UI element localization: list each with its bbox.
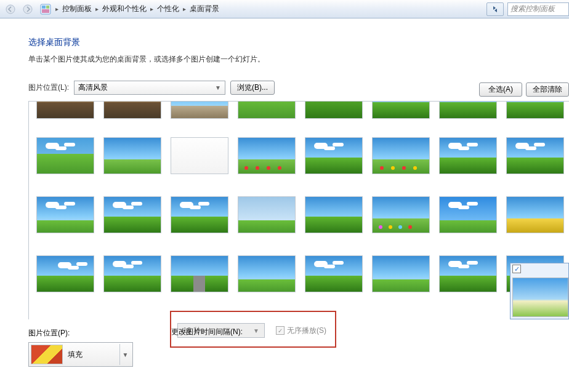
svg-point-1 (23, 5, 32, 14)
shuffle-checkbox[interactable]: ✓ 无序播放(S) (276, 326, 326, 336)
wallpaper-thumb-selected[interactable]: ✓ (510, 263, 569, 319)
control-panel-icon (39, 3, 52, 15)
breadcrumb-item[interactable]: 控制面板 (59, 1, 95, 17)
back-button[interactable] (2, 2, 18, 17)
picture-location-value: 高清风景 (78, 82, 108, 93)
wallpaper-thumb[interactable] (31, 103, 99, 126)
picture-position-dropdown[interactable]: 填充 ▼ (28, 342, 133, 367)
interval-group: 更改图片时间间隔(N): 10 秒 ▼ ✓ 无序播放(S) (170, 328, 336, 367)
wallpaper-thumb[interactable] (166, 126, 233, 185)
wallpaper-thumb[interactable] (233, 185, 300, 244)
wallpaper-thumb[interactable] (300, 185, 367, 244)
search-input[interactable]: 搜索控制面板 (507, 2, 569, 16)
wallpaper-thumb[interactable] (434, 103, 501, 126)
bottom-controls: 图片位置(P): 填充 ▼ 更改图片时间间隔(N): 10 秒 ▼ ✓ 无序播放… (28, 319, 569, 367)
wallpaper-thumb[interactable] (31, 244, 99, 303)
wallpaper-thumb[interactable] (166, 103, 233, 126)
svg-rect-5 (42, 9, 49, 13)
select-all-button[interactable]: 全选(A) (479, 82, 522, 97)
chevron-down-icon: ▼ (215, 84, 221, 91)
wallpaper-thumb[interactable] (300, 244, 367, 303)
picture-position-label: 图片位置(P): (28, 328, 133, 338)
picture-position-control: 图片位置(P): 填充 ▼ (28, 328, 133, 367)
checkbox-icon: ✓ (276, 326, 284, 335)
wallpaper-thumb[interactable] (501, 126, 568, 185)
wallpaper-thumb[interactable] (434, 244, 501, 303)
selection-buttons: 全选(A) 全部清除 (479, 82, 569, 97)
wallpaper-thumb[interactable] (501, 185, 568, 244)
wallpaper-thumb[interactable] (367, 244, 434, 303)
wallpaper-thumb[interactable] (434, 185, 501, 244)
wallpaper-thumb[interactable] (233, 244, 300, 303)
breadcrumb-item[interactable]: 桌面背景 (186, 1, 223, 17)
svg-rect-3 (42, 6, 46, 9)
wallpaper-thumb[interactable] (99, 244, 166, 303)
nav-left: ▸ 控制面板 ▸ 外观和个性化 ▸ 个性化 ▸ 桌面背景 (2, 1, 223, 17)
wallpaper-thumb[interactable] (300, 126, 367, 185)
wallpaper-gallery[interactable]: ✓ (28, 101, 569, 319)
picture-position-value: 填充 (68, 350, 115, 360)
breadcrumb-item[interactable]: 个性化 (153, 1, 183, 17)
wallpaper-thumb[interactable] (99, 126, 166, 185)
wallpaper-thumb[interactable] (99, 103, 166, 126)
search-placeholder: 搜索控制面板 (510, 4, 555, 14)
page-description: 单击某个图片使其成为您的桌面背景，或选择多个图片创建一个幻灯片。 (28, 54, 569, 65)
chevron-down-icon: ▼ (253, 327, 259, 334)
wallpaper-thumb[interactable] (31, 126, 99, 185)
page-title: 选择桌面背景 (28, 37, 569, 48)
breadcrumb: ▸ 控制面板 ▸ 外观和个性化 ▸ 个性化 ▸ 桌面背景 (55, 1, 223, 17)
wallpaper-thumb[interactable] (233, 126, 300, 185)
fit-preview-icon (31, 345, 63, 364)
address-bar: ▸ 控制面板 ▸ 外观和个性化 ▸ 个性化 ▸ 桌面背景 搜索控制面板 (0, 0, 569, 18)
wallpaper-thumb[interactable] (367, 126, 434, 185)
wallpaper-thumb[interactable] (31, 185, 99, 244)
forward-button[interactable] (20, 2, 36, 17)
shuffle-label: 无序播放(S) (287, 326, 326, 336)
chevron-down-icon: ▼ (119, 344, 131, 365)
wallpaper-thumb[interactable] (300, 103, 367, 126)
wallpaper-thumb[interactable] (367, 103, 434, 126)
refresh-button[interactable] (486, 2, 504, 16)
content-pane: 选择桌面背景 单击某个图片使其成为您的桌面背景，或选择多个图片创建一个幻灯片。 … (0, 18, 569, 367)
wallpaper-thumb[interactable] (434, 126, 501, 185)
picture-location-dropdown[interactable]: 高清风景 ▼ (74, 81, 225, 95)
clear-all-button[interactable]: 全部清除 (526, 82, 569, 97)
gallery-grid (31, 103, 569, 303)
thumb-checkbox-checked[interactable]: ✓ (512, 265, 521, 273)
wallpaper-thumb[interactable] (166, 244, 233, 303)
picture-location-label: 图片位置(L): (28, 82, 69, 93)
interval-label: 更改图片时间间隔(N): (171, 327, 243, 337)
browse-button[interactable]: 浏览(B)... (230, 81, 275, 95)
wallpaper-thumb[interactable] (166, 185, 233, 244)
breadcrumb-item[interactable]: 外观和个性化 (99, 1, 150, 17)
wallpaper-thumb[interactable] (501, 103, 568, 126)
wallpaper-thumb[interactable] (99, 185, 166, 244)
wallpaper-thumb[interactable] (233, 103, 300, 126)
svg-point-0 (6, 5, 15, 14)
wallpaper-thumb[interactable] (367, 185, 434, 244)
nav-right: 搜索控制面板 (486, 0, 569, 18)
svg-rect-4 (46, 6, 49, 9)
wallpaper-image (512, 278, 568, 317)
